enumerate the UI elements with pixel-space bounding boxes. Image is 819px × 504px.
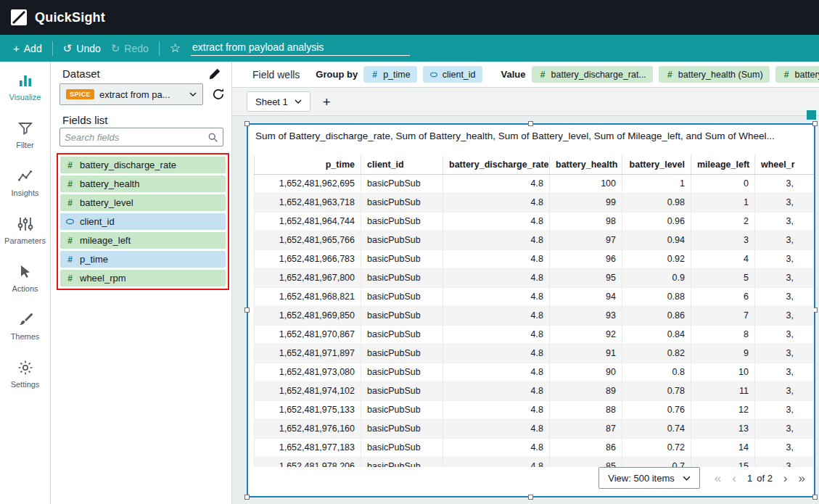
table-row[interactable]: 1,652,481,970,867 basicPubSub 4.8 92 0.8… <box>255 325 815 344</box>
page-info: 1 of 2 <box>747 473 773 484</box>
sidebar-item-filter[interactable]: Filter <box>0 120 50 149</box>
visual-title[interactable]: Sum of Battery_discharge_rate, Sum of Ba… <box>255 131 807 141</box>
table-row[interactable]: 1,652,481,976,160 basicPubSub 4.8 87 0.7… <box>255 419 815 438</box>
resize-handle[interactable] <box>812 495 818 500</box>
resize-handle[interactable] <box>244 495 250 500</box>
field-item-wheel-rpm[interactable]: # wheel_rpm <box>60 270 226 286</box>
pill-battery-discharge-rate[interactable]: # battery_discharge_rat... <box>532 66 653 83</box>
column-header[interactable]: battery_level <box>622 155 691 174</box>
sidebar-item-actions[interactable]: Actions <box>0 263 50 293</box>
resize-handle[interactable] <box>528 495 533 500</box>
cell-battery-discharge-rate: 4.8 <box>443 249 550 268</box>
add-button[interactable]: + Add <box>13 43 42 54</box>
column-header[interactable]: p_time <box>255 155 361 174</box>
cell-battery-level: 0.72 <box>622 438 691 457</box>
table-row[interactable]: 1,652,481,975,133 basicPubSub 4.8 88 0.7… <box>255 400 815 419</box>
table-row[interactable]: 1,652,481,971,897 basicPubSub 4.8 91 0.8… <box>255 344 815 363</box>
cursor-icon <box>17 263 34 281</box>
field-wells-bar[interactable]: Field wells Group by # p_time client_id … <box>232 62 819 88</box>
resize-handle[interactable] <box>812 121 818 126</box>
field-item-battery-level[interactable]: # battery_level <box>60 194 226 211</box>
table-visual[interactable]: Sum of Battery_discharge_rate, Sum of Ba… <box>247 123 815 497</box>
string-field-icon <box>429 72 439 78</box>
first-page-icon[interactable]: « <box>715 472 721 484</box>
canvas-scrollbar-thumb[interactable] <box>807 110 816 120</box>
sidebar-item-label: Visualize <box>9 93 41 102</box>
search-fields-input[interactable] <box>65 132 205 143</box>
column-header[interactable]: client_id <box>361 155 443 174</box>
pill-battery-health-sum[interactable]: # battery_health (Sum) <box>659 66 770 83</box>
cell-mileage-left: 10 <box>691 363 755 381</box>
table-row[interactable]: 1,652,481,978,206 basicPubSub 4.8 85 0.7… <box>255 457 815 467</box>
cell-wheel-rpm: 3, <box>755 419 815 438</box>
column-header[interactable]: battery_health <box>550 155 622 174</box>
next-page-icon[interactable]: › <box>783 472 788 484</box>
undo-button[interactable]: ↺ Undo <box>63 43 101 54</box>
field-wells-heading: Field wells <box>252 69 300 80</box>
numeric-field-icon: # <box>538 70 548 80</box>
sheet-tab-label: Sheet 1 <box>255 96 288 107</box>
field-item-mileage-left[interactable]: # mileage_left <box>60 232 226 249</box>
table-row[interactable]: 1,652,481,964,744 basicPubSub 4.8 98 0.9… <box>255 212 815 231</box>
cell-p-time: 1,652,481,975,133 <box>255 400 361 419</box>
table-row[interactable]: 1,652,481,965,766 basicPubSub 4.8 97 0.9… <box>255 231 815 249</box>
sidebar-item-insights[interactable]: Insights <box>0 168 50 197</box>
pill-battery-level-sum[interactable]: # battery_level (Sum) <box>775 66 819 83</box>
add-sheet-button[interactable]: + <box>323 95 331 109</box>
column-header[interactable]: mileage_left <box>691 155 755 174</box>
sidebar-item-label: Insights <box>12 189 39 197</box>
field-item-battery-health[interactable]: # battery_health <box>60 175 226 192</box>
refresh-icon[interactable] <box>212 88 225 101</box>
pill-label: p_time <box>383 70 411 80</box>
field-item-battery-discharge-rate[interactable]: # battery_discharge_rate <box>60 157 226 173</box>
cell-mileage-left: 1 <box>691 193 755 212</box>
favorite-star-icon[interactable]: ☆ <box>170 42 181 54</box>
numeric-field-icon: # <box>65 198 75 208</box>
table-row[interactable]: 1,652,481,968,821 basicPubSub 4.8 94 0.8… <box>255 287 815 306</box>
cell-battery-health: 94 <box>550 287 622 306</box>
table-row[interactable]: 1,652,481,973,080 basicPubSub 4.8 90 0.8… <box>255 363 815 381</box>
resize-handle[interactable] <box>528 121 533 126</box>
table-row[interactable]: 1,652,481,969,850 basicPubSub 4.8 93 0.8… <box>255 306 815 325</box>
pill-p-time[interactable]: # p_time <box>363 66 417 83</box>
pill-client-id[interactable]: client_id <box>423 66 482 83</box>
sidebar-item-visualize[interactable]: Visualize <box>0 72 50 102</box>
data-table: p_time client_id battery_discharge_rate … <box>254 155 814 467</box>
column-header[interactable]: wheel_r <box>755 155 815 174</box>
table-row[interactable]: 1,652,481,974,102 basicPubSub 4.8 89 0.7… <box>255 381 815 400</box>
last-page-icon[interactable]: » <box>799 472 805 484</box>
resize-handle[interactable] <box>244 121 250 126</box>
cell-wheel-rpm: 3, <box>755 381 815 400</box>
cell-mileage-left: 11 <box>691 381 755 400</box>
redo-button[interactable]: ↻ Redo <box>111 43 149 54</box>
table-row[interactable]: 1,652,481,963,718 basicPubSub 4.8 99 0.9… <box>255 193 815 212</box>
resize-handle[interactable] <box>244 307 250 313</box>
dataset-select[interactable]: SPICE extract from pa... <box>59 83 203 105</box>
table-row[interactable]: 1,652,481,962,695 basicPubSub 4.8 100 1 … <box>255 174 815 193</box>
cell-wheel-rpm: 3, <box>755 457 815 467</box>
view-items-dropdown[interactable]: View: 500 items <box>598 467 700 489</box>
column-header[interactable]: battery_discharge_rate <box>443 155 550 174</box>
pencil-icon[interactable] <box>208 67 221 80</box>
pill-label: battery_discharge_rat... <box>551 70 646 80</box>
plus-icon: + <box>13 43 20 54</box>
analysis-title-input[interactable] <box>191 41 410 56</box>
cell-battery-health: 95 <box>550 268 622 287</box>
table-row[interactable]: 1,652,481,966,783 basicPubSub 4.8 96 0.9… <box>255 249 815 268</box>
cell-p-time: 1,652,481,964,744 <box>255 212 361 231</box>
field-item-p-time[interactable]: # p_time <box>60 251 226 268</box>
cell-p-time: 1,652,481,971,897 <box>255 344 361 363</box>
field-item-client-id[interactable]: client_id <box>60 213 226 230</box>
sidebar-item-settings[interactable]: Settings <box>0 359 50 389</box>
cell-battery-health: 91 <box>550 344 622 363</box>
previous-page-icon[interactable]: ‹ <box>732 472 736 484</box>
table-row[interactable]: 1,652,481,977,183 basicPubSub 4.8 86 0.7… <box>255 438 815 457</box>
sidebar-item-themes[interactable]: Themes <box>0 311 50 341</box>
tab-sheet-1[interactable]: Sheet 1 <box>247 91 310 112</box>
cell-client-id: basicPubSub <box>361 419 443 438</box>
cell-mileage-left: 13 <box>691 419 755 438</box>
numeric-field-icon: # <box>782 70 791 80</box>
numeric-field-icon: # <box>65 236 75 246</box>
table-row[interactable]: 1,652,481,967,800 basicPubSub 4.8 95 0.9… <box>255 268 815 287</box>
sidebar-item-parameters[interactable]: Parameters <box>0 215 50 245</box>
